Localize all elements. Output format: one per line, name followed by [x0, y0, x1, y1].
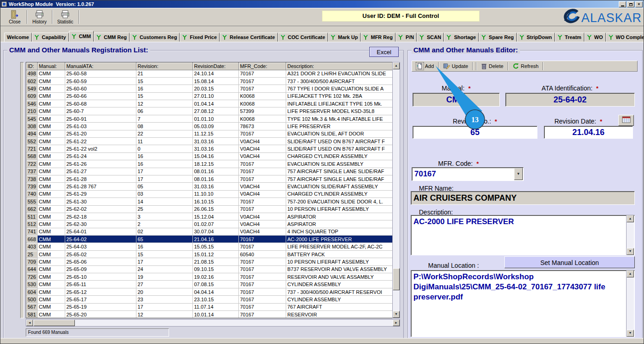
bottom-bar [0, 338, 644, 344]
scroll-right-arrow[interactable]: ► [393, 320, 400, 326]
close-window-button[interactable]: × [635, 1, 643, 7]
table-row[interactable]: 709CMM25-65-061721.08.157016710 PERSON L… [26, 258, 392, 265]
history-button[interactable]: History [28, 9, 51, 25]
column-header[interactable]: Description: [286, 62, 392, 70]
table-row[interactable]: 500CMM25-65-172323.10.1570167CYLINDER AS… [26, 296, 392, 303]
table-row[interactable]: 511CMM25-62-18315.12.04V0ACH4ASPIRATOR [26, 213, 392, 220]
table-row[interactable]: 604CMM25-65-122004.04.1470167737 - 300/4… [26, 288, 392, 295]
set-manual-location-button[interactable]: Set Manual Location [504, 256, 635, 268]
manual-field[interactable]: CMM [412, 93, 500, 107]
table-cell: 0 [136, 145, 192, 152]
table-row[interactable]: 567CMM25-65-191711.07.1470167767 AIRCRAF… [26, 303, 392, 310]
update-button[interactable]: Update [441, 62, 471, 70]
table-horizontal-scrollbar[interactable]: ◄ ► [26, 319, 400, 327]
table-row[interactable]: 721CMM25-61-22 vol2031.03.16V0ACH4SLIDE/… [26, 145, 392, 152]
column-header[interactable]: Revision: [136, 62, 192, 70]
tab-mfr-reg[interactable]: MFR Reg [361, 33, 395, 42]
column-header[interactable]: ManualATA: [65, 62, 136, 70]
tab-cmm-reg[interactable]: CMM Reg [94, 33, 130, 42]
table-row[interactable]: 581CMM25-65-201210.01.1470167RESERVOIR [26, 311, 392, 318]
table-row[interactable]: 741CMM25-64-010230.07.04V0ACH44 INCH SQU… [26, 228, 392, 235]
table-row[interactable]: 210CMM25-60-70627.08.1257399LIFE PRESERV… [26, 107, 392, 115]
scroll-down-arrow[interactable]: ▼ [627, 330, 634, 337]
tab-cmm[interactable]: CMM [69, 31, 94, 42]
column-header[interactable]: RevisionDate: [192, 62, 238, 70]
tab-spare-reg[interactable]: Spare Reg [479, 33, 516, 42]
tab-fixed-price[interactable]: Fixed Price [180, 33, 220, 42]
table-row[interactable]: 546CMM25-60-681201.04.14K0068INFLATABLE … [26, 100, 392, 107]
calendar-button[interactable] [618, 115, 634, 126]
refresh-button[interactable]: Refresh [510, 62, 542, 70]
column-header[interactable]: ID: [26, 62, 37, 70]
table-row[interactable]: 722CMM25-61-261618.12.1570167EVACUATION … [26, 160, 392, 168]
tab-mark-up[interactable]: Mark Up [328, 33, 361, 42]
restore-button[interactable] [627, 1, 634, 7]
tab-welcome[interactable]: Welcome [4, 33, 32, 42]
splitter-handle[interactable] [20, 62, 24, 318]
tab-shortage[interactable]: Shortage [444, 33, 479, 42]
table-row[interactable]: 726CMM25-65-101919.02.1670167RESERVOIR A… [26, 273, 392, 281]
table-row[interactable]: 512CMM25-62-30201.02.07V0ACH4ASPIRATOR [26, 220, 392, 228]
ata-identification-field[interactable]: 25-64-02 [505, 93, 635, 107]
tab-capability[interactable]: Capability [32, 33, 69, 42]
location-scrollbar[interactable]: ▲ ▼ [626, 271, 634, 337]
description-scrollbar[interactable]: ▲ ▼ [626, 215, 634, 255]
table-vertical-scrollbar[interactable]: ▲ ▼ [392, 62, 400, 318]
scroll-up-arrow[interactable]: ▲ [393, 62, 400, 69]
description-textarea[interactable]: AC-2000 LIFE PRESERVER [411, 215, 635, 255]
tab-treatm[interactable]: Treatm [555, 33, 584, 42]
tab-coc-certificate[interactable]: COC Certificate [278, 33, 328, 42]
scroll-down-arrow[interactable]: ▼ [393, 311, 400, 318]
row-id-cell: 644 [26, 265, 37, 273]
statistic-button[interactable]: Statistic [54, 9, 77, 25]
tab-stripdown[interactable]: StripDown [517, 33, 555, 42]
tab-wo[interactable]: WO [584, 33, 606, 42]
tab-scan[interactable]: SCAN [417, 33, 444, 42]
table-cell: 25-60-66 [65, 92, 136, 100]
table-row[interactable]: 498CMM25-60-582124.10.1470167A321 DOOR 2… [26, 70, 392, 77]
table-row[interactable]: 530CMM25-65-112707.08.1570167CYLINDER AS… [26, 281, 392, 288]
table-row[interactable]: 555CMM25-61-301416.10.1570167757-200 EVA… [26, 198, 392, 205]
table-row[interactable]: 403CMM25-64-031615.05.1570167LIFE PRESER… [26, 243, 392, 250]
table-row[interactable]: 740CMM25-61-290311.10.10V0ACH4CHARGED CY… [26, 190, 392, 197]
scroll-up-arrow[interactable]: ▲ [627, 271, 634, 277]
table-row[interactable]: 602CMM25-60-591515.08.1470167737 - 300/4… [26, 77, 392, 85]
excel-export-button[interactable]: Excel [369, 47, 399, 57]
table-row[interactable]: 568CMM25-61-241615.04.16V0ACH4CHARGED CY… [26, 152, 392, 160]
delete-button[interactable]: Delete [478, 62, 506, 70]
table-row[interactable]: 552CMM25-61-221131.03.16V0ACH4SLIDE/RAFT… [26, 138, 392, 145]
table-row[interactable]: 739CMM25-61-28 7670531.03.16V0ACH4EVACUA… [26, 183, 392, 190]
horizontal-scroll-thumb[interactable] [34, 320, 75, 326]
minimize-button[interactable] [619, 1, 626, 7]
table-row[interactable]: 668CMM25-64-026521.04.1670167AC-2000 LIF… [26, 236, 392, 243]
mfr-code-combobox[interactable]: 70167 ▼ [412, 167, 524, 181]
tab-wo-completion[interactable]: WO Completion [606, 33, 644, 42]
table-row[interactable]: 737CMM25-61-271708.01.1670167757 AIRCRAF… [26, 168, 392, 175]
manual-location-textarea[interactable]: P:\WorkShopRecords\Workshop DigiManuals\… [411, 270, 635, 337]
revision-no-field[interactable]: 65 [412, 126, 537, 139]
scroll-up-arrow[interactable]: ▲ [627, 215, 634, 222]
scroll-down-arrow[interactable]: ▼ [627, 248, 634, 255]
tab-p-n[interactable]: P/N [395, 33, 417, 42]
table-row[interactable]: 738CMM25-61-281708.01.1670167757 AIRCRAF… [26, 175, 392, 182]
table-row[interactable]: 609CMM25-60-661527.01.10K0068LIFEJACKET … [26, 92, 392, 100]
tab-customers-reg[interactable]: Customers Reg [130, 33, 180, 42]
close-button[interactable]: Close [4, 9, 25, 25]
add-button[interactable]: Add [414, 62, 437, 70]
table-row[interactable]: 549CMM25-60-601620.03.1570167767 TYPE I … [26, 85, 392, 92]
table-row[interactable]: 644CMM25-65-092409.10.1570167B737 RESERV… [26, 265, 392, 273]
table-row[interactable]: 308CMM25-61-030805.03.0978673LIFE PRESER… [26, 123, 392, 130]
table-row[interactable]: 25CMM25-65-021515.01.1260540BATTERY PACK [26, 250, 392, 258]
revision-date-field[interactable]: 21.04.16 [544, 126, 633, 139]
green-marker-icon [72, 34, 78, 39]
table-row[interactable]: 494CMM25-61-202211.12.1570167EVACUATION … [26, 130, 392, 137]
vertical-scroll-thumb[interactable] [393, 268, 400, 290]
chevron-down-icon[interactable]: ▼ [514, 168, 523, 180]
tab-release-certificate[interactable]: Release Certificate [220, 33, 277, 42]
column-header[interactable]: Manual: [37, 62, 65, 70]
table-row[interactable]: 545CMM25-60-91701.01.10K0068TYPE 102 Mk.… [26, 115, 392, 122]
table-cell: 08 [136, 123, 192, 130]
table-row[interactable]: 662CMM25-62-022526.06.157016710 PERSON L… [26, 205, 392, 213]
scroll-left-arrow[interactable]: ◄ [26, 320, 33, 326]
column-header[interactable]: MFR_Code: [238, 62, 286, 70]
